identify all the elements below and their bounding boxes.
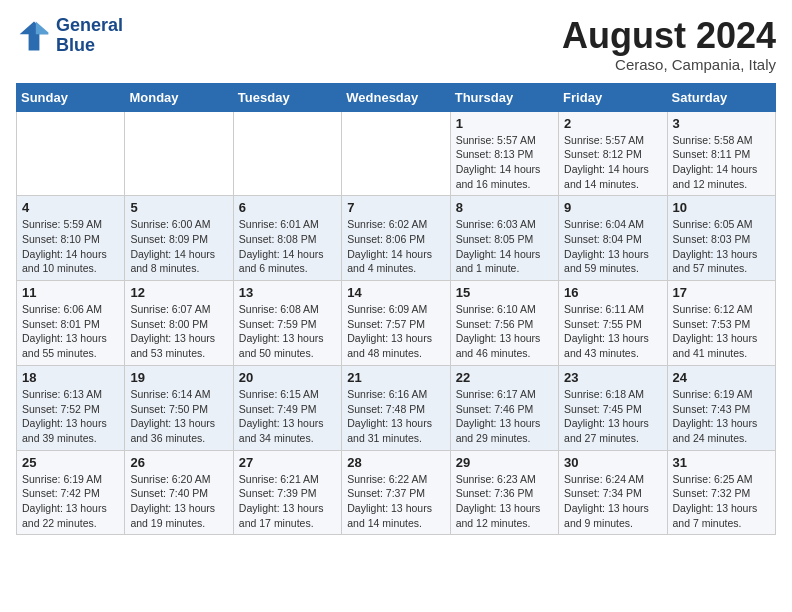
logo-text: General Blue <box>56 16 123 56</box>
week-row-5: 25Sunrise: 6:19 AM Sunset: 7:42 PM Dayli… <box>17 450 776 535</box>
day-info-26: Sunrise: 6:20 AM Sunset: 7:40 PM Dayligh… <box>130 472 227 531</box>
empty-cell <box>342 111 450 196</box>
day-info-5: Sunrise: 6:00 AM Sunset: 8:09 PM Dayligh… <box>130 217 227 276</box>
day-cell-26: 26Sunrise: 6:20 AM Sunset: 7:40 PM Dayli… <box>125 450 233 535</box>
day-cell-8: 8Sunrise: 6:03 AM Sunset: 8:05 PM Daylig… <box>450 196 558 281</box>
day-info-11: Sunrise: 6:06 AM Sunset: 8:01 PM Dayligh… <box>22 302 119 361</box>
day-cell-27: 27Sunrise: 6:21 AM Sunset: 7:39 PM Dayli… <box>233 450 341 535</box>
day-info-25: Sunrise: 6:19 AM Sunset: 7:42 PM Dayligh… <box>22 472 119 531</box>
day-cell-9: 9Sunrise: 6:04 AM Sunset: 8:04 PM Daylig… <box>559 196 667 281</box>
day-info-19: Sunrise: 6:14 AM Sunset: 7:50 PM Dayligh… <box>130 387 227 446</box>
day-number-18: 18 <box>22 370 119 385</box>
day-info-9: Sunrise: 6:04 AM Sunset: 8:04 PM Dayligh… <box>564 217 661 276</box>
week-row-4: 18Sunrise: 6:13 AM Sunset: 7:52 PM Dayli… <box>17 365 776 450</box>
logo: General Blue <box>16 16 123 56</box>
day-cell-28: 28Sunrise: 6:22 AM Sunset: 7:37 PM Dayli… <box>342 450 450 535</box>
day-info-2: Sunrise: 5:57 AM Sunset: 8:12 PM Dayligh… <box>564 133 661 192</box>
day-info-22: Sunrise: 6:17 AM Sunset: 7:46 PM Dayligh… <box>456 387 553 446</box>
day-info-8: Sunrise: 6:03 AM Sunset: 8:05 PM Dayligh… <box>456 217 553 276</box>
day-cell-15: 15Sunrise: 6:10 AM Sunset: 7:56 PM Dayli… <box>450 281 558 366</box>
weekday-header-wednesday: Wednesday <box>342 83 450 111</box>
day-number-10: 10 <box>673 200 770 215</box>
week-row-3: 11Sunrise: 6:06 AM Sunset: 8:01 PM Dayli… <box>17 281 776 366</box>
day-number-31: 31 <box>673 455 770 470</box>
week-row-2: 4Sunrise: 5:59 AM Sunset: 8:10 PM Daylig… <box>17 196 776 281</box>
day-number-23: 23 <box>564 370 661 385</box>
day-number-25: 25 <box>22 455 119 470</box>
day-info-1: Sunrise: 5:57 AM Sunset: 8:13 PM Dayligh… <box>456 133 553 192</box>
day-cell-30: 30Sunrise: 6:24 AM Sunset: 7:34 PM Dayli… <box>559 450 667 535</box>
day-number-19: 19 <box>130 370 227 385</box>
weekday-header-sunday: Sunday <box>17 83 125 111</box>
day-info-12: Sunrise: 6:07 AM Sunset: 8:00 PM Dayligh… <box>130 302 227 361</box>
location-subtitle: Ceraso, Campania, Italy <box>562 56 776 73</box>
day-cell-21: 21Sunrise: 6:16 AM Sunset: 7:48 PM Dayli… <box>342 365 450 450</box>
day-cell-19: 19Sunrise: 6:14 AM Sunset: 7:50 PM Dayli… <box>125 365 233 450</box>
day-info-10: Sunrise: 6:05 AM Sunset: 8:03 PM Dayligh… <box>673 217 770 276</box>
day-cell-6: 6Sunrise: 6:01 AM Sunset: 8:08 PM Daylig… <box>233 196 341 281</box>
day-number-5: 5 <box>130 200 227 215</box>
day-number-12: 12 <box>130 285 227 300</box>
day-cell-17: 17Sunrise: 6:12 AM Sunset: 7:53 PM Dayli… <box>667 281 775 366</box>
day-number-7: 7 <box>347 200 444 215</box>
day-number-1: 1 <box>456 116 553 131</box>
day-cell-23: 23Sunrise: 6:18 AM Sunset: 7:45 PM Dayli… <box>559 365 667 450</box>
day-number-20: 20 <box>239 370 336 385</box>
day-number-22: 22 <box>456 370 553 385</box>
day-number-16: 16 <box>564 285 661 300</box>
day-cell-7: 7Sunrise: 6:02 AM Sunset: 8:06 PM Daylig… <box>342 196 450 281</box>
day-cell-29: 29Sunrise: 6:23 AM Sunset: 7:36 PM Dayli… <box>450 450 558 535</box>
day-info-21: Sunrise: 6:16 AM Sunset: 7:48 PM Dayligh… <box>347 387 444 446</box>
page-header: General Blue August 2024 Ceraso, Campani… <box>16 16 776 73</box>
day-info-15: Sunrise: 6:10 AM Sunset: 7:56 PM Dayligh… <box>456 302 553 361</box>
day-number-4: 4 <box>22 200 119 215</box>
month-title: August 2024 <box>562 16 776 56</box>
day-info-27: Sunrise: 6:21 AM Sunset: 7:39 PM Dayligh… <box>239 472 336 531</box>
day-info-4: Sunrise: 5:59 AM Sunset: 8:10 PM Dayligh… <box>22 217 119 276</box>
empty-cell <box>125 111 233 196</box>
day-info-28: Sunrise: 6:22 AM Sunset: 7:37 PM Dayligh… <box>347 472 444 531</box>
day-number-2: 2 <box>564 116 661 131</box>
day-info-13: Sunrise: 6:08 AM Sunset: 7:59 PM Dayligh… <box>239 302 336 361</box>
weekday-header-monday: Monday <box>125 83 233 111</box>
weekday-header-thursday: Thursday <box>450 83 558 111</box>
day-number-3: 3 <box>673 116 770 131</box>
empty-cell <box>233 111 341 196</box>
day-number-11: 11 <box>22 285 119 300</box>
day-number-13: 13 <box>239 285 336 300</box>
day-info-3: Sunrise: 5:58 AM Sunset: 8:11 PM Dayligh… <box>673 133 770 192</box>
day-info-31: Sunrise: 6:25 AM Sunset: 7:32 PM Dayligh… <box>673 472 770 531</box>
day-cell-22: 22Sunrise: 6:17 AM Sunset: 7:46 PM Dayli… <box>450 365 558 450</box>
day-number-27: 27 <box>239 455 336 470</box>
day-cell-2: 2Sunrise: 5:57 AM Sunset: 8:12 PM Daylig… <box>559 111 667 196</box>
logo-icon <box>16 18 52 54</box>
day-cell-13: 13Sunrise: 6:08 AM Sunset: 7:59 PM Dayli… <box>233 281 341 366</box>
weekday-header-row: SundayMondayTuesdayWednesdayThursdayFrid… <box>17 83 776 111</box>
calendar-table: SundayMondayTuesdayWednesdayThursdayFrid… <box>16 83 776 536</box>
day-number-21: 21 <box>347 370 444 385</box>
day-info-14: Sunrise: 6:09 AM Sunset: 7:57 PM Dayligh… <box>347 302 444 361</box>
weekday-header-saturday: Saturday <box>667 83 775 111</box>
day-cell-5: 5Sunrise: 6:00 AM Sunset: 8:09 PM Daylig… <box>125 196 233 281</box>
day-number-17: 17 <box>673 285 770 300</box>
day-number-15: 15 <box>456 285 553 300</box>
day-cell-24: 24Sunrise: 6:19 AM Sunset: 7:43 PM Dayli… <box>667 365 775 450</box>
day-number-9: 9 <box>564 200 661 215</box>
day-cell-1: 1Sunrise: 5:57 AM Sunset: 8:13 PM Daylig… <box>450 111 558 196</box>
title-block: August 2024 Ceraso, Campania, Italy <box>562 16 776 73</box>
day-number-26: 26 <box>130 455 227 470</box>
day-info-18: Sunrise: 6:13 AM Sunset: 7:52 PM Dayligh… <box>22 387 119 446</box>
weekday-header-tuesday: Tuesday <box>233 83 341 111</box>
day-info-29: Sunrise: 6:23 AM Sunset: 7:36 PM Dayligh… <box>456 472 553 531</box>
day-number-30: 30 <box>564 455 661 470</box>
svg-marker-1 <box>36 21 49 34</box>
day-cell-31: 31Sunrise: 6:25 AM Sunset: 7:32 PM Dayli… <box>667 450 775 535</box>
day-info-6: Sunrise: 6:01 AM Sunset: 8:08 PM Dayligh… <box>239 217 336 276</box>
empty-cell <box>17 111 125 196</box>
day-cell-25: 25Sunrise: 6:19 AM Sunset: 7:42 PM Dayli… <box>17 450 125 535</box>
week-row-1: 1Sunrise: 5:57 AM Sunset: 8:13 PM Daylig… <box>17 111 776 196</box>
day-cell-16: 16Sunrise: 6:11 AM Sunset: 7:55 PM Dayli… <box>559 281 667 366</box>
day-number-24: 24 <box>673 370 770 385</box>
day-info-7: Sunrise: 6:02 AM Sunset: 8:06 PM Dayligh… <box>347 217 444 276</box>
day-cell-11: 11Sunrise: 6:06 AM Sunset: 8:01 PM Dayli… <box>17 281 125 366</box>
